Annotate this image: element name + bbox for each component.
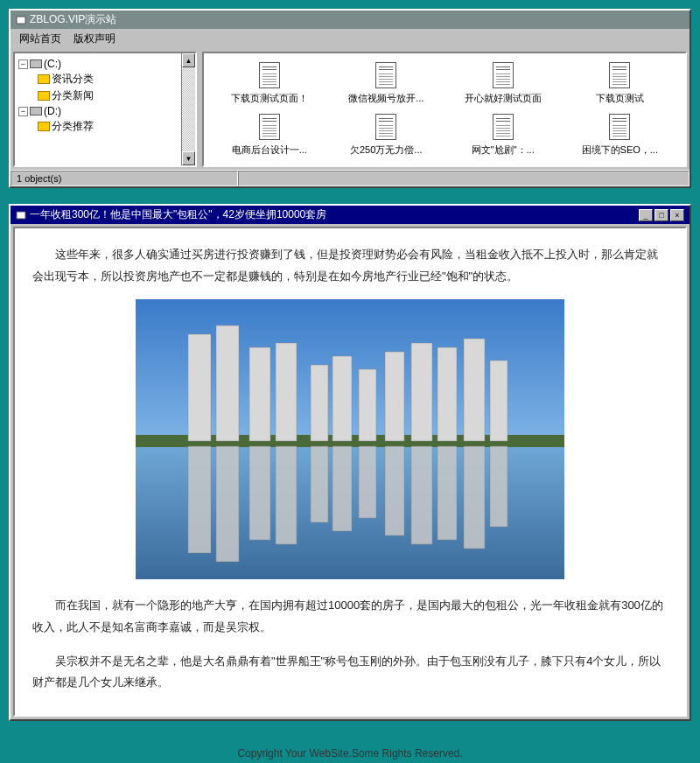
document-icon <box>375 62 396 88</box>
svg-rect-25 <box>411 446 432 544</box>
svg-rect-10 <box>332 356 352 441</box>
scroll-track[interactable] <box>182 67 195 151</box>
svg-rect-24 <box>385 446 404 536</box>
close-button[interactable]: × <box>670 209 684 221</box>
drive-icon <box>30 107 42 116</box>
statusbar: 1 object(s) <box>10 170 690 186</box>
svg-rect-18 <box>216 446 239 562</box>
titlebar: ZBLOG.VIP演示站 <box>10 10 690 29</box>
app-icon <box>16 15 26 25</box>
svg-rect-0 <box>17 17 25 24</box>
file-label: 微信视频号放开... <box>330 92 444 105</box>
file-label: 网文"尬剧"：... <box>446 144 560 157</box>
svg-rect-11 <box>359 369 376 441</box>
article-titlebar: 一年收租300亿！他是中国最大"包租公"，42岁便坐拥10000套房 _ □ × <box>10 206 690 224</box>
scroll-up-icon[interactable]: ▲ <box>182 53 195 67</box>
drive-label: (C:) <box>44 58 61 70</box>
document-icon <box>493 114 514 140</box>
explorer-body: − (C:) 资讯分类 分类新闻 − (D:) <box>10 49 690 170</box>
tree-drive-d[interactable]: − (D:) <box>18 104 192 118</box>
file-item[interactable]: 困境下的SEO，... <box>564 114 677 157</box>
scroll-down-icon[interactable]: ▼ <box>182 151 195 165</box>
file-label: 开心就好测试页面 <box>446 92 560 105</box>
file-label: 下载页测试页面！ <box>213 92 326 105</box>
tree-panel: − (C:) 资讯分类 分类新闻 − (D:) <box>13 52 197 167</box>
footer-copyright: Copyright Your WebSite.Some Rights Reser… <box>9 737 691 763</box>
collapse-icon[interactable]: − <box>18 107 28 116</box>
collapse-icon[interactable]: − <box>18 60 28 69</box>
svg-rect-23 <box>359 446 376 518</box>
folder-icon <box>38 74 50 84</box>
drive-icon <box>30 60 42 68</box>
svg-rect-17 <box>188 446 211 553</box>
menubar: 网站首页 版权声明 <box>10 29 690 49</box>
window-title: ZBLOG.VIP演示站 <box>30 12 116 27</box>
folder-icon <box>38 91 50 101</box>
file-label: 困境下的SEO，... <box>564 144 677 157</box>
files-panel: 下载页测试页面！ 微信视频号放开... 开心就好测试页面 下载页测试 电商后台设… <box>202 52 687 167</box>
folder-label: 分类推荐 <box>52 119 94 134</box>
article-paragraph: 吴宗权并不是无名之辈，他是大名鼎鼎有着"世界船王"称号包玉刚的外孙。由于包玉刚没… <box>32 651 668 694</box>
svg-rect-26 <box>438 446 457 540</box>
file-item[interactable]: 下载页测试 <box>564 62 677 105</box>
maximize-button[interactable]: □ <box>654 209 668 221</box>
svg-rect-27 <box>464 446 485 549</box>
tree-scrollbar[interactable]: ▲ ▼ <box>181 53 195 165</box>
minimize-button[interactable]: _ <box>639 209 653 221</box>
article-body: 这些年来，很多人确实通过买房进行投资赚到了钱，但是投资理财势必会有风险，当租金收… <box>13 227 687 717</box>
file-item[interactable]: 欠250万无力偿... <box>330 114 444 157</box>
file-item[interactable]: 微信视频号放开... <box>330 62 444 105</box>
document-icon <box>609 114 630 140</box>
article-window: 一年收租300亿！他是中国最大"包租公"，42岁便坐拥10000套房 _ □ ×… <box>9 204 691 721</box>
tree-folder[interactable]: 分类推荐 <box>38 118 192 135</box>
app-icon <box>16 210 26 220</box>
article-paragraph: 而在我国，就有一个隐形的地产大亨，在国内拥有超过10000套的房子，是国内最大的… <box>32 595 668 638</box>
svg-rect-28 <box>490 446 508 527</box>
menu-home[interactable]: 网站首页 <box>14 31 66 47</box>
svg-rect-12 <box>385 352 404 441</box>
status-spacer <box>238 171 690 186</box>
folder-icon <box>38 122 50 131</box>
svg-rect-14 <box>438 347 457 441</box>
article-paragraph: 这些年来，很多人确实通过买房进行投资赚到了钱，但是投资理财势必会有风险，当租金收… <box>32 244 668 287</box>
svg-rect-7 <box>249 347 270 441</box>
file-label: 电商后台设计一... <box>213 144 326 157</box>
article-image <box>136 299 564 579</box>
file-item[interactable]: 开心就好测试页面 <box>446 62 560 105</box>
svg-rect-6 <box>216 326 239 441</box>
file-label: 下载页测试 <box>564 92 677 105</box>
explorer-window: ZBLOG.VIP演示站 网站首页 版权声明 − (C:) 资讯分类 分类新闻 <box>9 9 691 188</box>
file-item[interactable]: 电商后台设计一... <box>213 114 326 157</box>
folder-label: 分类新闻 <box>52 88 94 103</box>
tree-folder[interactable]: 资讯分类 <box>38 71 192 88</box>
document-icon <box>493 62 514 88</box>
status-text: 1 object(s) <box>10 171 238 186</box>
svg-rect-1 <box>17 212 25 219</box>
document-icon <box>259 62 280 88</box>
folder-label: 资讯分类 <box>52 72 94 87</box>
tree-folder[interactable]: 分类新闻 <box>38 88 192 104</box>
document-icon <box>609 62 630 88</box>
file-label: 欠250万无力偿... <box>330 144 444 157</box>
svg-rect-16 <box>490 360 508 441</box>
svg-rect-9 <box>311 365 328 441</box>
document-icon <box>375 114 396 140</box>
svg-rect-20 <box>276 446 297 544</box>
svg-rect-5 <box>188 334 211 441</box>
document-icon <box>259 114 280 140</box>
svg-rect-19 <box>249 446 270 540</box>
svg-rect-15 <box>464 339 485 441</box>
file-item[interactable]: 网文"尬剧"：... <box>446 114 560 157</box>
tree-drive-c[interactable]: − (C:) <box>18 57 192 71</box>
svg-rect-13 <box>411 343 432 441</box>
svg-rect-21 <box>311 446 328 522</box>
svg-rect-22 <box>332 446 352 531</box>
article-title: 一年收租300亿！他是中国最大"包租公"，42岁便坐拥10000套房 <box>30 207 326 222</box>
menu-copyright[interactable]: 版权声明 <box>68 31 121 47</box>
file-item[interactable]: 下载页测试页面！ <box>213 62 326 105</box>
drive-label: (D:) <box>44 105 61 117</box>
svg-rect-8 <box>276 343 297 441</box>
